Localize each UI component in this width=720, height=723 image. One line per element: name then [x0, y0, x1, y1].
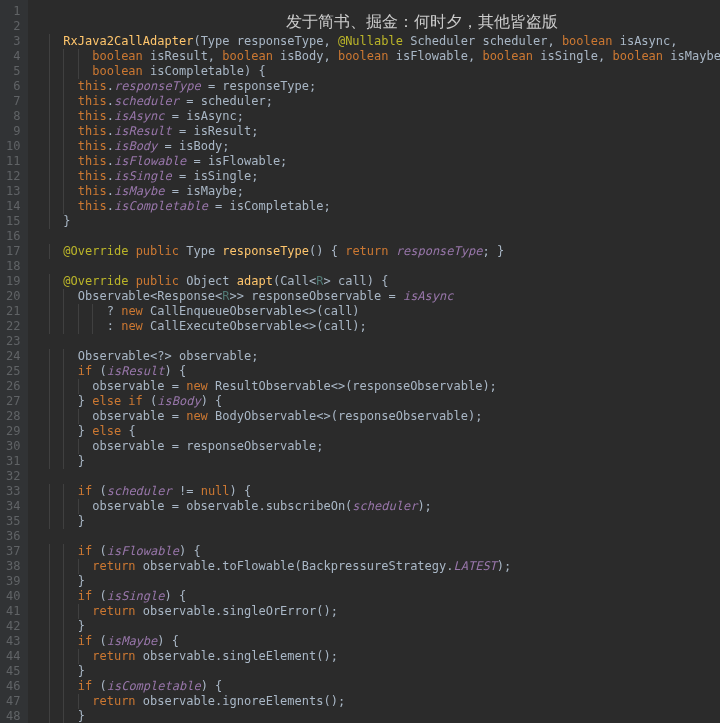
code-token: . [107, 199, 114, 214]
code-line[interactable]: } [34, 574, 720, 589]
line-number: 33 [6, 484, 20, 499]
code-line[interactable]: } [34, 514, 720, 529]
line-number: 21 [6, 304, 20, 319]
code-line[interactable]: if (isResult) { [34, 364, 720, 379]
code-line[interactable]: ? new CallEnqueueObservable<>(call) [34, 304, 720, 319]
code-line[interactable]: if (isMaybe) { [34, 634, 720, 649]
code-token [34, 124, 77, 139]
code-token: isSingle [114, 169, 172, 184]
code-line[interactable]: return observable.singleElement(); [34, 649, 720, 664]
code-token: isResult [107, 364, 165, 379]
line-number: 42 [6, 619, 20, 634]
code-token: Observable<?> observable; [34, 349, 258, 364]
line-number: 28 [6, 409, 20, 424]
code-line[interactable]: if (isFlowable) { [34, 544, 720, 559]
code-line[interactable]: observable = new ResultObservable<>(resp… [34, 379, 720, 394]
code-token: Type [179, 244, 222, 259]
code-line[interactable]: return observable.toFlowable(Backpressur… [34, 559, 720, 574]
code-token: isMaybe, [663, 49, 720, 64]
code-line[interactable]: } else if (isBody) { [34, 394, 720, 409]
code-line[interactable]: } else { [34, 424, 720, 439]
code-line[interactable]: this.responseType = responseType; [34, 79, 720, 94]
code-token: } [34, 514, 85, 529]
code-line[interactable] [34, 529, 720, 544]
line-number: 47 [6, 694, 20, 709]
code-line[interactable]: if (isSingle) { [34, 589, 720, 604]
code-line[interactable]: if (isCompletable) { [34, 679, 720, 694]
code-line[interactable]: boolean isCompletable) { [34, 64, 720, 79]
code-line[interactable]: } [34, 619, 720, 634]
code-token: boolean [612, 49, 663, 64]
code-token: boolean [92, 49, 143, 64]
code-line[interactable]: observable = responseObservable; [34, 439, 720, 454]
code-line[interactable]: this.isSingle = isSingle; [34, 169, 720, 184]
line-number: 27 [6, 394, 20, 409]
line-number: 4 [6, 49, 20, 64]
code-token: this [78, 169, 107, 184]
code-line[interactable]: observable = new BodyObservable<>(respon… [34, 409, 720, 424]
code-token: isSingle, [533, 49, 612, 64]
code-token: ) { [165, 364, 187, 379]
code-line[interactable] [34, 469, 720, 484]
code-line[interactable]: } [34, 664, 720, 679]
code-token: RxJava2CallAdapter [63, 34, 193, 49]
line-number: 18 [6, 259, 20, 274]
code-line[interactable]: : new CallExecuteObservable<>(call); [34, 319, 720, 334]
code-line[interactable]: this.isAsync = isAsync; [34, 109, 720, 124]
code-line[interactable]: this.scheduler = scheduler; [34, 94, 720, 109]
code-token: . [107, 169, 114, 184]
code-line[interactable]: if (scheduler != null) { [34, 484, 720, 499]
code-token: this [78, 154, 107, 169]
code-token: scheduler [107, 484, 172, 499]
code-token: isMaybe [107, 634, 158, 649]
code-line[interactable]: @Override public Type responseType() { r… [34, 244, 720, 259]
code-token: return [92, 694, 135, 709]
line-number: 37 [6, 544, 20, 559]
line-number: 22 [6, 319, 20, 334]
code-editor[interactable]: 发于简书、掘金：何时夕，其他皆盗版 RxJava2CallAdapter(Typ… [28, 0, 720, 723]
line-number: 40 [6, 589, 20, 604]
code-line[interactable]: return observable.ignoreElements(); [34, 694, 720, 709]
code-token: isBody [114, 139, 157, 154]
line-number: 23 [6, 334, 20, 349]
code-token: new [121, 319, 143, 334]
code-token: ) { [165, 589, 187, 604]
code-token [128, 244, 135, 259]
code-token: > call) { [324, 274, 389, 289]
code-token: if [78, 364, 92, 379]
code-token: isMaybe [114, 184, 165, 199]
code-line[interactable] [34, 259, 720, 274]
code-line[interactable]: @Override public Object adapt(Call<R> ca… [34, 274, 720, 289]
code-line[interactable] [34, 229, 720, 244]
code-token: isAsync [403, 289, 454, 304]
code-line[interactable]: } [34, 709, 720, 723]
code-line[interactable]: this.isResult = isResult; [34, 124, 720, 139]
code-line[interactable]: return observable.singleOrError(); [34, 604, 720, 619]
code-token: ( [92, 484, 106, 499]
code-token: = isMaybe; [165, 184, 244, 199]
code-token: boolean [92, 64, 143, 79]
code-token: observable = [34, 409, 186, 424]
line-number: 35 [6, 514, 20, 529]
code-line[interactable]: Observable<?> observable; [34, 349, 720, 364]
code-token: this [78, 109, 107, 124]
code-line[interactable]: this.isFlowable = isFlowable; [34, 154, 720, 169]
code-token: boolean [482, 49, 533, 64]
code-token: responseType [222, 244, 309, 259]
code-token: @Nullable [338, 34, 403, 49]
line-number: 13 [6, 184, 20, 199]
code-line[interactable]: observable = observable.subscribeOn(sche… [34, 499, 720, 514]
code-token: != [172, 484, 201, 499]
code-line[interactable]: this.isMaybe = isMaybe; [34, 184, 720, 199]
code-line[interactable]: Observable<Response<R>> responseObservab… [34, 289, 720, 304]
code-line[interactable]: boolean isResult, boolean isBody, boolea… [34, 49, 720, 64]
code-line[interactable]: RxJava2CallAdapter(Type responseType, @N… [34, 34, 720, 49]
code-line[interactable]: } [34, 454, 720, 469]
code-line[interactable]: } [34, 214, 720, 229]
code-token [34, 544, 77, 559]
code-token: adapt [237, 274, 273, 289]
code-line[interactable]: this.isBody = isBody; [34, 139, 720, 154]
code-line[interactable] [34, 334, 720, 349]
code-line[interactable]: this.isCompletable = isCompletable; [34, 199, 720, 214]
code-token: isBody [157, 394, 200, 409]
